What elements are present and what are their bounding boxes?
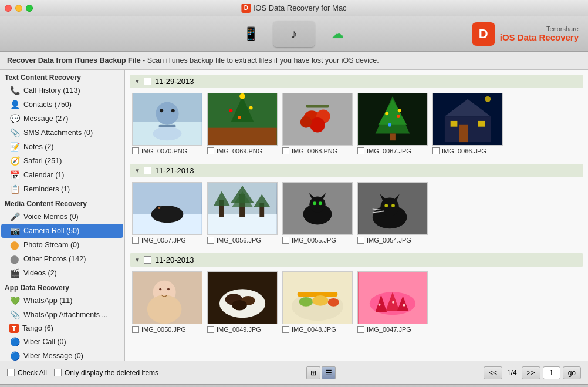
svg-point-74 bbox=[232, 300, 246, 311]
photo-thumb[interactable] bbox=[132, 271, 202, 324]
tab-itunes[interactable]: ♪ bbox=[273, 21, 315, 47]
photo-thumb[interactable] bbox=[207, 271, 278, 324]
svg-point-12 bbox=[249, 106, 253, 110]
photo-label: IMG_0054.JPG bbox=[357, 237, 411, 244]
svg-rect-27 bbox=[390, 133, 396, 140]
sub-header-bold: Recover Data from iTunes Backup File bbox=[7, 56, 141, 65]
page-info: 1/4 bbox=[505, 369, 519, 377]
sidebar-item-videos[interactable]: 🎬 Videos (2) bbox=[0, 266, 124, 280]
collapse-arrow-1[interactable]: ▼ bbox=[134, 78, 140, 85]
svg-rect-41 bbox=[208, 214, 276, 234]
maximize-button[interactable] bbox=[26, 5, 33, 12]
other-photos-icon: ⬤ bbox=[9, 254, 20, 264]
tab-icloud[interactable]: ☁ bbox=[317, 21, 358, 47]
photo-thumb[interactable] bbox=[207, 182, 278, 235]
photo-thumb[interactable] bbox=[357, 182, 428, 235]
page-input[interactable] bbox=[543, 366, 560, 379]
sidebar-item-other-photos[interactable]: ⬤ Other Photos (142) bbox=[0, 252, 124, 266]
date-group-1: ▼ 11-29-2013 bbox=[130, 75, 583, 154]
minimize-button[interactable] bbox=[15, 5, 22, 12]
photo-checkbox[interactable] bbox=[282, 147, 289, 154]
list-view-button[interactable]: ☰ bbox=[322, 366, 336, 379]
sidebar-item-calendar[interactable]: 📅 Calendar (1) bbox=[0, 168, 124, 182]
svg-point-55 bbox=[319, 201, 322, 205]
traffic-lights bbox=[5, 5, 33, 12]
photo-item: IMG_0048.JPG bbox=[282, 271, 353, 333]
photo-checkbox[interactable] bbox=[357, 147, 364, 154]
close-button[interactable] bbox=[5, 5, 12, 12]
sidebar-item-photo-stream[interactable]: ⬤ Photo Stream (0) bbox=[0, 238, 124, 252]
svg-point-68 bbox=[159, 288, 161, 290]
sidebar-item-whatsapp-attach[interactable]: 📎 WhatsApp Attachments ... bbox=[0, 308, 124, 322]
collapse-arrow-3[interactable]: ▼ bbox=[134, 257, 140, 263]
photo-checkbox[interactable] bbox=[207, 147, 214, 154]
date-group-check-3[interactable] bbox=[144, 256, 151, 264]
camera-roll-icon: 📷 bbox=[9, 226, 20, 236]
sidebar-item-safari[interactable]: 🧭 Safari (251) bbox=[0, 154, 124, 168]
date-group-check-2[interactable] bbox=[144, 167, 151, 174]
sidebar-item-call-history[interactable]: 📞 Call History (113) bbox=[0, 83, 124, 97]
collapse-arrow-2[interactable]: ▼ bbox=[134, 167, 140, 174]
date-header-3: ▼ 11-20-2013 bbox=[130, 253, 583, 267]
photo-thumb[interactable] bbox=[132, 182, 202, 235]
svg-point-4 bbox=[160, 109, 163, 112]
photo-thumb[interactable] bbox=[357, 93, 428, 146]
photo-label: IMG_0055.JPG bbox=[282, 237, 336, 244]
only-deleted-checkbox[interactable] bbox=[54, 369, 62, 376]
photo-thumb[interactable] bbox=[282, 271, 353, 324]
photo-checkbox[interactable] bbox=[432, 147, 440, 154]
photo-thumb[interactable] bbox=[357, 271, 428, 324]
photo-stream-icon: ⬤ bbox=[9, 240, 20, 250]
sidebar-item-reminders[interactable]: 📋 Reminders (1) bbox=[0, 182, 124, 196]
sidebar-item-voice-memos[interactable]: 🎤 Voice Memos (0) bbox=[0, 210, 124, 224]
prev-page-button[interactable]: << bbox=[484, 366, 502, 379]
sidebar-item-tango[interactable]: T Tango (6) bbox=[0, 322, 124, 335]
photo-label: IMG_0068.PNG bbox=[282, 147, 337, 154]
date-label-2: 11-21-2013 bbox=[155, 166, 194, 175]
go-button[interactable]: go bbox=[563, 366, 581, 379]
sidebar-item-whatsapp[interactable]: 💚 WhatsApp (11) bbox=[0, 294, 124, 308]
photo-label: IMG_0047.JPG bbox=[357, 326, 411, 333]
sidebar-item-camera-roll[interactable]: 📷 Camera Roll (50) bbox=[1, 224, 123, 238]
photo-checkbox[interactable] bbox=[132, 237, 139, 244]
photo-checkbox[interactable] bbox=[207, 326, 214, 333]
sidebar-item-sms-attachments[interactable]: 📎 SMS Attachments (0) bbox=[0, 126, 124, 140]
photo-thumb[interactable] bbox=[282, 182, 353, 235]
svg-point-25 bbox=[388, 123, 391, 127]
date-header-1: ▼ 11-29-2013 bbox=[130, 75, 583, 88]
sub-header-desc: - Scan iTunes backup file to extract fil… bbox=[141, 56, 379, 65]
check-all-checkbox[interactable] bbox=[7, 369, 15, 376]
svg-point-2 bbox=[156, 102, 178, 125]
photo-checkbox[interactable] bbox=[207, 237, 214, 244]
photo-item: IMG_0070.PNG bbox=[132, 93, 202, 154]
svg-point-39 bbox=[158, 207, 160, 209]
photo-thumb[interactable] bbox=[207, 93, 278, 146]
date-group-2: ▼ 11-21-2013 bbox=[130, 164, 583, 244]
grid-view-button[interactable]: ⊞ bbox=[306, 366, 320, 379]
photo-label: IMG_0070.PNG bbox=[132, 147, 187, 154]
sidebar-item-message[interactable]: 💬 Message (27) bbox=[0, 112, 124, 126]
window-title: D iOS Data Recovery for Mac bbox=[241, 4, 346, 13]
photo-thumb[interactable] bbox=[282, 93, 353, 146]
photo-checkbox[interactable] bbox=[357, 237, 364, 244]
sidebar-item-contacts[interactable]: 👤 Contacts (750) bbox=[0, 97, 124, 112]
sidebar-item-viber-message[interactable]: 🔵 Viber Message (0) bbox=[0, 349, 124, 361]
photo-thumb[interactable] bbox=[132, 93, 202, 146]
app-icon: D bbox=[241, 4, 251, 13]
tab-device[interactable]: 📱 bbox=[230, 21, 271, 47]
date-label-1: 11-29-2013 bbox=[155, 77, 194, 86]
sidebar-item-notes[interactable]: 📝 Notes (2) bbox=[0, 140, 124, 154]
photo-thumb[interactable] bbox=[432, 93, 503, 146]
photo-checkbox[interactable] bbox=[282, 326, 289, 333]
photo-checkbox[interactable] bbox=[282, 237, 289, 244]
sidebar-item-viber-call[interactable]: 🔵 Viber Call (0) bbox=[0, 335, 124, 349]
toolbar-tabs: 📱 ♪ ☁ bbox=[230, 21, 358, 47]
next-page-button[interactable]: >> bbox=[522, 366, 540, 379]
photo-checkbox[interactable] bbox=[132, 326, 139, 333]
check-all-label: Check All bbox=[18, 369, 47, 377]
photo-checkbox[interactable] bbox=[132, 147, 139, 154]
photo-checkbox[interactable] bbox=[357, 326, 364, 333]
photo-item: IMG_0069.PNG bbox=[207, 93, 278, 154]
date-group-check-1[interactable] bbox=[144, 78, 151, 85]
svg-rect-19 bbox=[306, 105, 329, 108]
